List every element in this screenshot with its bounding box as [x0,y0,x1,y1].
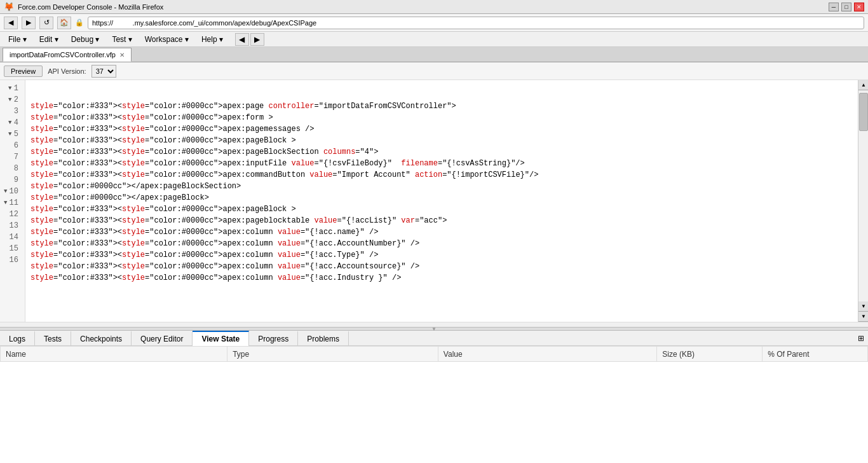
line-number: ▼4 [0,117,21,128]
line-number: 13 [0,220,21,232]
scroll-bottom-button[interactable]: ▼ [858,312,868,322]
fold-arrow-icon[interactable]: ▼ [2,200,10,206]
menu-workspace[interactable]: Workspace ▾ [139,33,194,46]
tab-label: importDataFromCSVController.vfp [10,51,116,59]
code-line: style="color:#333"><style="color:#0000cc… [31,204,853,215]
tab-checkpoints[interactable]: Checkpoints [71,331,132,346]
browser-icon: 🦊 [4,2,14,11]
tab-progress[interactable]: Progress [249,331,298,346]
tab-problems[interactable]: Problems [298,331,349,346]
nav-next-button[interactable]: ▶ [250,33,264,46]
code-line: style="color:#333"><style="color:#0000cc… [31,100,853,112]
code-line: style="color:#333"><style="color:#0000cc… [31,272,853,284]
line-number: ▼5 [0,128,21,140]
expand-panel-button[interactable]: ⊞ [854,334,868,343]
line-number: ▼2 [0,94,21,106]
scroll-down-button[interactable]: ▼ [858,301,868,312]
nav-forward-button[interactable]: ▶ [22,17,36,29]
view-state-table: Name Type Value Size (KB) % Of Parent [0,346,868,362]
tab-logs[interactable]: Logs [0,331,35,346]
line-number: 9 [0,174,21,186]
tab-tests[interactable]: Tests [35,331,71,346]
line-number: 12 [0,209,21,220]
api-version-label: API Version: [48,67,86,75]
editor-tabbar: importDataFromCSVController.vfp ✕ [0,47,868,62]
addressbar: ◀ ▶ ↺ 🏠 🔒 [0,14,868,32]
code-line: style="color:#0000cc"></apex:pageBlockSe… [31,181,853,192]
code-line: style="color:#333"><style="color:#0000cc… [31,146,853,158]
code-line: style="color:#333"><style="color:#0000cc… [31,215,853,226]
fold-arrow-icon[interactable]: ▼ [6,85,14,92]
line-number: 7 [0,151,21,163]
line-number: 3 [0,106,21,117]
bottom-tabbar: Logs Tests Checkpoints Query Editor View… [0,331,868,346]
col-type: Type [227,347,438,362]
code-line: style="color:#333"><style="color:#0000cc… [31,112,853,123]
tab-close-icon[interactable]: ✕ [119,52,125,59]
menubar: File ▾ Edit ▾ Debug ▾ Test ▾ Workspace ▾… [0,32,868,47]
maximize-button[interactable]: □ [841,3,851,11]
api-version-select[interactable]: 37 [92,65,116,78]
menu-edit[interactable]: Edit ▾ [34,33,64,46]
code-line: style="color:#333"><style="color:#0000cc… [31,158,853,169]
code-editor[interactable]: style="color:#333"><style="color:#0000cc… [25,80,858,322]
menu-file[interactable]: File ▾ [3,33,32,46]
titlebar-title: 🦊 Force.com Developer Console - Mozilla … [4,2,163,11]
line-number: ▼1 [0,83,21,94]
nav-back-button[interactable]: ◀ [4,17,18,29]
fold-arrow-icon[interactable]: ▼ [6,120,14,126]
tab-query-editor[interactable]: Query Editor [132,331,193,346]
editor-tab-active[interactable]: importDataFromCSVController.vfp ✕ [3,48,132,62]
menu-debug[interactable]: Debug ▾ [65,33,105,46]
line-number: 8 [0,163,21,174]
col-pct-of-parent: % Of Parent [763,347,868,362]
menu-help[interactable]: Help ▾ [196,33,229,46]
fold-arrow-icon[interactable]: ▼ [6,97,14,103]
home-button[interactable]: 🏠 [57,17,71,29]
code-line: style="color:#333"><style="color:#0000cc… [31,261,853,272]
line-number: ▼10 [0,186,21,197]
col-size: Size (KB) [657,347,763,362]
code-line: style="color:#333"><style="color:#0000cc… [31,249,853,261]
line-numbers: ▼1▼23▼4▼56789▼10▼111213141516 [0,80,25,322]
line-number: 14 [0,232,21,243]
line-number: 16 [0,254,21,266]
close-button[interactable]: ✕ [854,3,864,11]
preview-button[interactable]: Preview [4,66,43,77]
lock-icon: 🔒 [75,18,84,27]
col-name: Name [1,347,227,362]
window-controls: ─ □ ✕ [829,3,864,11]
line-number: 6 [0,140,21,151]
scroll-thumb[interactable] [859,93,868,131]
code-line: style="color:#333"><style="color:#0000cc… [31,226,853,238]
minimize-button[interactable]: ─ [829,3,839,11]
resize-dots: ▼ [431,326,437,332]
fold-arrow-icon[interactable]: ▼ [2,188,10,195]
reload-button[interactable]: ↺ [39,17,53,29]
code-line: style="color:#333"><style="color:#0000cc… [31,169,853,181]
titlebar: 🦊 Force.com Developer Console - Mozilla … [0,0,868,14]
window-title: Force.com Developer Console - Mozilla Fi… [18,3,163,11]
code-line: style="color:#333"><style="color:#0000cc… [31,238,853,249]
vertical-scrollbar[interactable]: ▲ ▼ ▼ [858,80,868,322]
fold-arrow-icon[interactable]: ▼ [6,131,14,137]
nav-prev-button[interactable]: ◀ [235,33,249,46]
address-input[interactable] [88,17,864,29]
code-line: style="color:#333"><style="color:#0000cc… [31,123,853,135]
scroll-up-button[interactable]: ▲ [858,80,868,90]
code-line: style="color:#0000cc"></apex:pageBlock> [31,192,853,204]
code-line: style="color:#333"><style="color:#0000cc… [31,135,853,146]
editor-container: ▼1▼23▼4▼56789▼10▼111213141516 style="col… [0,80,868,322]
col-value: Value [438,347,656,362]
bottom-panel: Name Type Value Size (KB) % Of Parent [0,346,868,362]
editor-toolbar: Preview API Version: 37 [0,62,868,80]
tab-view-state[interactable]: View State [193,331,249,346]
line-number: 15 [0,243,21,254]
menu-test[interactable]: Test ▾ [106,33,137,46]
line-number: ▼11 [0,197,21,209]
